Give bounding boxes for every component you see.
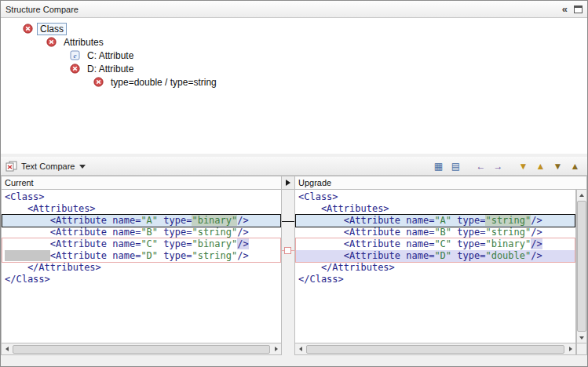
pane-headers-row: Current Upgrade (1, 176, 587, 190)
previous-change-icon[interactable]: ▲ (568, 159, 583, 173)
change-icon (93, 77, 104, 87)
left-code-layer: <Class> <Attributes> <Attribute name="A"… (2, 190, 281, 343)
tree-item-label: D: Attribute (84, 63, 137, 75)
pane-header-current: Current (1, 176, 282, 190)
code-line: </Class> (295, 274, 575, 285)
scroll-right-icon[interactable] (565, 344, 575, 354)
code-line: <Attribute name="B" type="string"/> (295, 227, 575, 238)
code-line: <Attribute name="B" type="string"/> (2, 227, 281, 238)
code-line: <Attribute name="A" type="binary"/> (2, 215, 281, 227)
vertical-scrollbar-thumb[interactable] (577, 201, 586, 332)
code-line: <Attribute name="D" type="double"/> (295, 250, 575, 262)
hscroll-row (1, 343, 587, 355)
code-line: </Attributes> (2, 262, 281, 274)
tree-item-d-attribute[interactable]: D: Attribute (1, 62, 587, 75)
diff-direction-icon (286, 180, 290, 186)
code-line: <Attribute name="C" type="binary"/> (295, 238, 575, 250)
left-hscrollbar-thumb[interactable] (13, 345, 270, 354)
change-icon (46, 37, 57, 47)
right-editor-pane[interactable]: <Class> <Attributes> <Attribute name="A"… (294, 190, 576, 343)
tree-item-c-attribute[interactable]: eC: Attribute (1, 49, 587, 62)
element-icon: e (70, 50, 80, 60)
collapse-icon[interactable]: « (562, 4, 568, 14)
previous-difference-icon[interactable]: ▲ (533, 159, 548, 173)
tree-item-label: Attributes (60, 36, 107, 49)
change-icon (23, 24, 33, 34)
tc-toolbar-icons: ▦▤←→▼▲▼▲ (431, 159, 583, 173)
view-menu-dropdown-icon[interactable] (79, 165, 86, 169)
pane-header-upgrade: Upgrade (294, 176, 587, 190)
right-horizontal-scrollbar[interactable] (294, 343, 576, 355)
tree-item-class[interactable]: Class (1, 22, 587, 35)
code-line: </Class> (2, 274, 281, 285)
two-pane-view-icon[interactable]: ▤ (448, 159, 463, 173)
code-line: <Attribute name="A" type="string"/> (295, 215, 575, 227)
code-line: <Attributes> (2, 203, 281, 215)
vertical-scrollbar[interactable] (576, 190, 587, 343)
next-difference-icon[interactable]: ▼ (516, 159, 531, 173)
gutter-bottom (282, 343, 294, 355)
structure-compare-title: Structure Compare (5, 5, 79, 14)
compare-editor-window: Structure Compare « ClassAttributeseC: A… (0, 0, 588, 367)
left-editor-pane[interactable]: <Class> <Attributes> <Attribute name="A"… (1, 190, 282, 343)
compare-content: <Class> <Attributes> <Attribute name="A"… (1, 190, 587, 343)
text-compare-title: Text Compare (21, 162, 75, 171)
tree-item-attributes[interactable]: Attributes (1, 35, 587, 49)
text-compare-toolbar: Text Compare ▦▤←→▼▲▼▲ (1, 157, 587, 176)
copy-all-right-to-left-icon[interactable]: ← (473, 159, 488, 173)
code-line: <Attribute name="C" type="binary"/> (2, 238, 281, 250)
code-line: <Attribute name="D" type="string"/> (2, 250, 281, 262)
scroll-right-icon[interactable] (271, 344, 281, 354)
code-line: <Class> (295, 191, 575, 203)
selected-diff-connector (282, 221, 294, 222)
copy-all-left-to-right-icon[interactable]: → (491, 159, 506, 173)
bottom-frame (1, 355, 587, 367)
scroll-left-icon[interactable] (295, 344, 305, 354)
left-horizontal-scrollbar[interactable] (1, 343, 282, 355)
scroll-up-icon[interactable] (577, 190, 586, 200)
tree-item-type-double-type-string[interactable]: type=double / type=string (1, 75, 587, 89)
structure-tree[interactable]: ClassAttributeseC: AttributeD: Attribute… (1, 18, 587, 154)
change-diff-handle[interactable] (284, 247, 291, 254)
code-line: <Attributes> (295, 203, 575, 215)
next-change-icon[interactable]: ▼ (550, 159, 565, 173)
code-line: <Class> (2, 191, 281, 203)
scroll-left-icon[interactable] (2, 344, 12, 354)
svg-text:e: e (74, 52, 77, 60)
change-icon (70, 64, 80, 74)
tree-item-label: Class (37, 23, 67, 35)
text-compare-icon (5, 161, 17, 172)
code-line: </Attributes> (295, 262, 575, 274)
maximize-icon[interactable] (574, 5, 583, 13)
scrollbar-corner (576, 343, 587, 355)
tree-item-label: C: Attribute (84, 49, 137, 62)
table-view-icon[interactable]: ▦ (431, 159, 446, 173)
structure-compare-header: Structure Compare « (1, 1, 587, 18)
right-hscrollbar-thumb[interactable] (306, 345, 564, 354)
scroll-down-icon[interactable] (577, 332, 586, 343)
right-code-layer: <Class> <Attributes> <Attribute name="A"… (295, 190, 575, 343)
diff-direction-cell[interactable] (282, 176, 294, 190)
diff-gutter (282, 190, 294, 343)
tree-item-label: type=double / type=string (108, 76, 220, 89)
